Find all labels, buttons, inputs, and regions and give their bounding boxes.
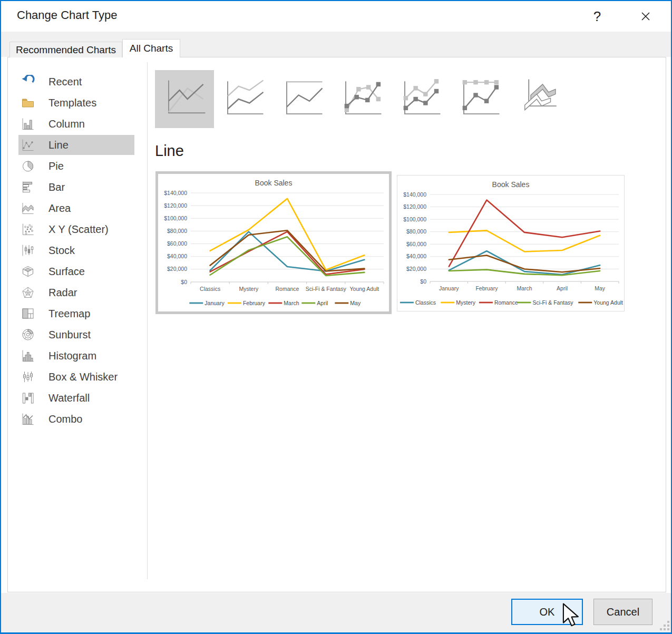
sidebar-item-templates[interactable]: Templates <box>18 93 134 113</box>
svg-text:$140,000: $140,000 <box>164 190 187 196</box>
help-button[interactable]: ? <box>585 5 610 27</box>
stock-chart-icon <box>21 243 35 257</box>
sidebar-item-treemap[interactable]: Treemap <box>18 304 134 324</box>
subtype-100-stacked-line-markers-thumbnail[interactable] <box>450 70 509 128</box>
svg-text:$60,000: $60,000 <box>406 241 426 247</box>
subtype-line-thumbnail[interactable] <box>155 70 214 128</box>
subtype-stacked-line-markers-icon <box>395 75 446 123</box>
templates-folder-icon <box>21 96 35 110</box>
svg-text:Book Sales: Book Sales <box>492 180 530 189</box>
svg-text:Sci-Fi & Fantasy: Sci-Fi & Fantasy <box>306 286 347 292</box>
svg-text:April: April <box>557 285 568 291</box>
svg-text:$40,000: $40,000 <box>167 253 187 259</box>
svg-text:May: May <box>350 300 361 306</box>
sidebar-item-column[interactable]: Column <box>18 114 134 134</box>
section-title: Line <box>155 142 184 160</box>
sidebar-item-sunburst[interactable]: Sunburst <box>18 325 134 345</box>
svg-text:January: January <box>204 300 225 306</box>
svg-text:$100,000: $100,000 <box>164 215 187 221</box>
column-chart-icon <box>21 117 35 131</box>
subtype-line-markers-icon <box>336 75 387 123</box>
pie-chart-icon <box>21 159 35 173</box>
tab-recommended-charts[interactable]: Recommended Charts <box>9 42 122 57</box>
sidebar-item-label: Combo <box>48 409 82 429</box>
sidebar-item-label: Line <box>48 135 69 155</box>
subtype-stacked-line-icon <box>218 75 269 123</box>
svg-text:$0: $0 <box>181 279 187 285</box>
resize-grip[interactable] <box>660 621 671 632</box>
svg-text:May: May <box>595 285 606 291</box>
waterfall-chart-icon <box>21 391 35 405</box>
subtype-3d-line-icon <box>513 75 564 123</box>
dialog-title: Change Chart Type <box>17 8 117 22</box>
svg-text:February: February <box>475 285 498 291</box>
subtype-line-icon <box>159 75 210 123</box>
svg-text:Mystery: Mystery <box>239 286 259 292</box>
svg-text:$60,000: $60,000 <box>167 240 187 247</box>
chart-preview-selected[interactable]: $0$20,000$40,000$60,000$80,000$100,000$1… <box>155 171 392 314</box>
sidebar-item-label: Bar <box>48 177 65 197</box>
sidebar-item-x-y-scatter[interactable]: X Y (Scatter) <box>18 219 134 239</box>
svg-text:$140,000: $140,000 <box>403 191 426 198</box>
sidebar-item-pie[interactable]: Pie <box>18 156 134 176</box>
sidebar-item-label: Column <box>48 114 85 134</box>
bar-chart-icon <box>21 180 35 194</box>
histogram-chart-icon <box>21 349 35 363</box>
svg-text:$120,000: $120,000 <box>403 203 426 210</box>
scatter-chart-icon <box>21 222 35 236</box>
svg-text:$0: $0 <box>420 278 426 285</box>
sidebar-item-line[interactable]: Line <box>18 135 134 155</box>
sidebar-item-label: Box & Whisker <box>48 367 118 387</box>
sidebar-item-waterfall[interactable]: Waterfall <box>18 388 134 408</box>
chart-preview-alternate[interactable]: $0$20,000$40,000$60,000$80,000$100,000$1… <box>397 175 625 311</box>
sidebar-item-box-whisker[interactable]: Box & Whisker <box>18 367 134 387</box>
close-icon <box>640 11 651 22</box>
sidebar-item-area[interactable]: Area <box>18 198 134 218</box>
vertical-divider <box>147 62 148 579</box>
sidebar-item-label: Pie <box>48 156 64 176</box>
cancel-button[interactable]: Cancel <box>593 599 652 625</box>
tab-all-charts[interactable]: All Charts <box>122 39 180 57</box>
combo-chart-icon <box>21 412 35 426</box>
svg-text:Sci-Fi & Fantasy: Sci-Fi & Fantasy <box>533 299 574 306</box>
recent-icon <box>21 75 35 89</box>
sidebar-item-stock[interactable]: Stock <box>18 240 134 260</box>
book-sales-chart-by-month: $0$20,000$40,000$60,000$80,000$100,000$1… <box>397 175 624 311</box>
sidebar-item-combo[interactable]: Combo <box>18 409 134 429</box>
svg-text:Young Adult: Young Adult <box>350 286 379 292</box>
svg-text:March: March <box>284 300 299 306</box>
svg-text:Book Sales: Book Sales <box>255 179 293 187</box>
tab-label: All Charts <box>130 43 173 54</box>
radar-chart-icon <box>21 286 35 299</box>
surface-chart-icon <box>21 265 35 278</box>
titlebar: Change Chart Type ? <box>1 1 671 32</box>
sidebar-item-recent[interactable]: Recent <box>18 72 134 92</box>
subtype-100-stacked-line-markers-icon <box>454 75 505 123</box>
subtype-3d-line-thumbnail[interactable] <box>509 70 568 128</box>
area-chart-icon <box>21 201 35 215</box>
change-chart-type-dialog: Change Chart Type ? Recommended Charts A… <box>0 0 672 634</box>
subtype-100-stacked-line-thumbnail[interactable] <box>273 70 332 128</box>
svg-text:$120,000: $120,000 <box>164 202 187 209</box>
subtype-100-stacked-line-icon <box>277 75 328 123</box>
subtype-line-markers-thumbnail[interactable] <box>332 70 391 128</box>
svg-text:$80,000: $80,000 <box>406 228 426 235</box>
svg-text:February: February <box>243 300 266 306</box>
sidebar-item-surface[interactable]: Surface <box>18 261 134 281</box>
line-chart-icon <box>21 138 35 152</box>
subtype-stacked-line-markers-thumbnail[interactable] <box>391 70 450 128</box>
svg-text:January: January <box>439 285 459 291</box>
box-whisker-chart-icon <box>21 370 35 384</box>
sidebar-item-label: Treemap <box>48 304 90 324</box>
sidebar-item-bar[interactable]: Bar <box>18 177 134 197</box>
mouse-cursor <box>562 602 580 629</box>
svg-text:March: March <box>517 285 532 291</box>
sidebar-item-label: Radar <box>48 282 77 303</box>
sidebar-item-label: Histogram <box>48 346 96 366</box>
close-button[interactable] <box>631 5 660 27</box>
sidebar-item-radar[interactable]: Radar <box>18 282 134 303</box>
svg-text:$20,000: $20,000 <box>167 266 187 272</box>
subtype-stacked-line-thumbnail[interactable] <box>214 70 273 128</box>
sidebar-item-histogram[interactable]: Histogram <box>18 346 134 366</box>
svg-text:Classics: Classics <box>200 286 220 292</box>
